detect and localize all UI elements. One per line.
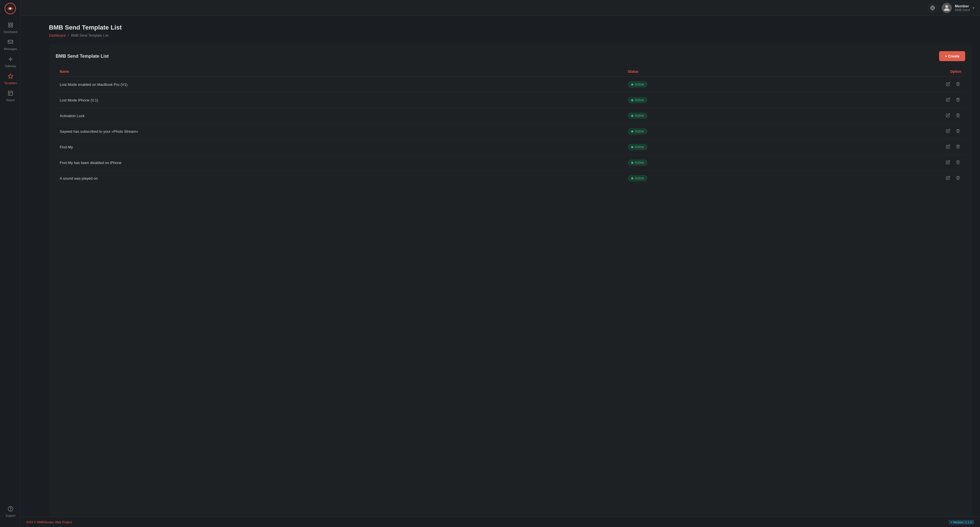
user-org: BMB Send <box>955 8 970 12</box>
status-dot <box>631 162 633 164</box>
sidebar-item-label: Templates <box>4 81 17 85</box>
status-dot <box>631 131 633 132</box>
svg-point-7 <box>10 59 11 60</box>
edit-button[interactable] <box>945 127 951 135</box>
breadcrumb: Dashboard / BMB Send Template List <box>49 33 972 38</box>
edit-button[interactable] <box>945 143 951 151</box>
template-options <box>805 92 965 108</box>
edit-button[interactable] <box>945 159 951 166</box>
status-badge: Active <box>628 144 648 150</box>
delete-button[interactable] <box>955 81 961 88</box>
status-dot <box>631 99 633 101</box>
template-options <box>805 77 965 92</box>
delete-button[interactable] <box>955 96 961 104</box>
templates-icon <box>8 73 13 80</box>
avatar <box>942 3 952 13</box>
edit-button[interactable] <box>945 175 951 182</box>
status-badge: Active <box>628 159 648 166</box>
template-name: A sound was played on <box>56 170 624 186</box>
page-title: BMB Send Template List <box>49 24 972 31</box>
status-dot <box>631 177 633 179</box>
status-dot <box>631 146 633 148</box>
status-badge: Active <box>628 175 648 182</box>
template-status: Active <box>624 77 805 92</box>
report-icon <box>8 91 13 97</box>
sidebar-item-messages[interactable]: Messages <box>0 37 20 53</box>
sidebar-bottom: Support <box>0 503 20 525</box>
sidebar-item-label: Gateway <box>5 65 16 68</box>
card-title: BMB Send Template List <box>56 54 108 59</box>
sidebar-item-label: Support <box>5 514 15 517</box>
user-name: Member <box>955 4 970 8</box>
template-status: Active <box>624 92 805 108</box>
breadcrumb-separator: / <box>68 33 69 38</box>
svg-rect-8 <box>8 91 13 96</box>
edit-button[interactable] <box>945 81 951 88</box>
template-status: Active <box>624 155 805 170</box>
template-options <box>805 124 965 139</box>
column-status: Status <box>624 67 805 77</box>
template-status: Active <box>624 139 805 155</box>
footer-version: • Version: 1.1.0 <box>949 520 974 524</box>
template-status: Active <box>624 108 805 124</box>
sidebar-item-label: Dashboard <box>4 30 18 33</box>
card-header: BMB Send Template List + Create <box>56 51 965 61</box>
message-icon <box>8 39 13 46</box>
gateway-icon <box>8 56 13 64</box>
templates-table: Name Status Option Lost Mode enabled on … <box>56 67 965 186</box>
breadcrumb-home[interactable]: Dashboard <box>49 33 66 38</box>
template-options <box>805 155 965 170</box>
sidebar-item-templates[interactable]: Templates <box>0 70 20 88</box>
delete-button[interactable] <box>955 175 961 182</box>
delete-button[interactable] <box>955 112 961 119</box>
footer-copyright: 2024 © BMBSender Web Project. <box>26 521 73 524</box>
sidebar-item-label: Messages <box>4 48 17 51</box>
template-status: Active <box>624 170 805 186</box>
svg-rect-3 <box>11 23 13 25</box>
svg-point-12 <box>945 5 948 8</box>
sidebar-item-label: Report <box>6 99 15 102</box>
template-options <box>805 139 965 155</box>
app-logo <box>4 2 16 15</box>
svg-rect-2 <box>8 23 10 25</box>
template-name: Find My <box>56 139 624 155</box>
user-info: Member BMB Send <box>955 4 970 12</box>
template-name: Lost Mode iPhone (V.1) <box>56 92 624 108</box>
template-name: Find My has been disabled on iPhone <box>56 155 624 170</box>
table-row: Find My has been disabled on iPhone Acti… <box>56 155 965 170</box>
breadcrumb-current: BMB Send Template List <box>71 33 108 38</box>
table-row: Lost Mode iPhone (V.1) Active <box>56 92 965 108</box>
user-menu[interactable]: Member BMB Send ▾ <box>942 3 974 13</box>
sidebar-item-support[interactable]: Support <box>0 503 20 520</box>
sidebar-item-dashboard[interactable]: Dashboard <box>0 19 20 37</box>
delete-button[interactable] <box>955 127 961 135</box>
table-row: A sound was played on Active <box>56 170 965 186</box>
create-button[interactable]: + Create <box>939 51 965 61</box>
table-row: Activation Lock Active <box>56 108 965 124</box>
template-status: Active <box>624 124 805 139</box>
language-button[interactable] <box>928 3 937 13</box>
column-option: Option <box>805 67 965 77</box>
sidebar-item-report[interactable]: Report <box>0 88 20 105</box>
template-list-card: BMB Send Template List + Create Name Sta… <box>49 45 972 519</box>
status-badge: Active <box>628 113 648 119</box>
support-icon <box>8 506 13 513</box>
table-row: Find My Active <box>56 139 965 155</box>
svg-point-1 <box>10 8 11 10</box>
table-row: Lost Mode enabled on MacBook Pro (V1) Ac… <box>56 77 965 92</box>
edit-button[interactable] <box>945 112 951 119</box>
status-badge: Active <box>628 97 648 103</box>
template-name: Sayeed has subscribed to your «Photo Str… <box>56 124 624 139</box>
svg-rect-5 <box>11 25 13 27</box>
template-name: Lost Mode enabled on MacBook Pro (V1) <box>56 77 624 92</box>
sidebar: Dashboard Messages Gateway Templates <box>0 0 21 527</box>
topbar: Member BMB Send ▾ <box>21 0 980 16</box>
delete-button[interactable] <box>955 143 961 151</box>
chevron-down-icon: ▾ <box>973 6 974 10</box>
template-options <box>805 170 965 186</box>
sidebar-item-gateway[interactable]: Gateway <box>0 53 20 70</box>
svg-rect-4 <box>8 25 10 27</box>
edit-button[interactable] <box>945 96 951 104</box>
delete-button[interactable] <box>955 159 961 166</box>
status-badge: Active <box>628 81 648 88</box>
